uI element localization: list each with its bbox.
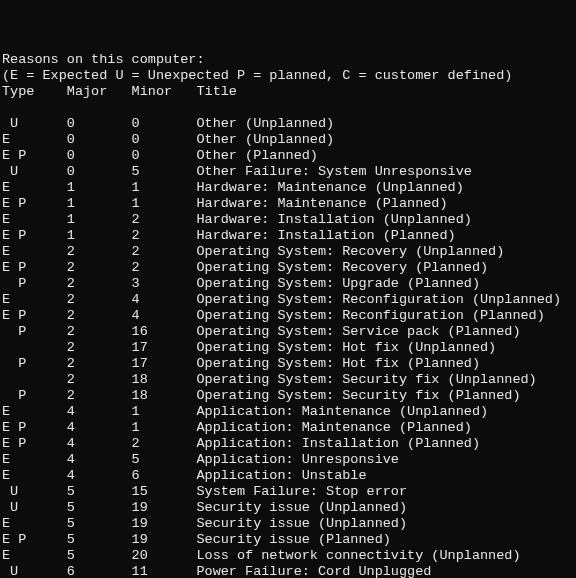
header-line-1: Reasons on this computer: <box>2 52 205 67</box>
column-headers: Type Major Minor Title <box>2 84 237 99</box>
reason-rows: U 0 0 Other (Unplanned) E 0 0 Other (Unp… <box>2 116 574 578</box>
header-line-2: (E = Expected U = Unexpected P = planned… <box>2 68 512 83</box>
terminal-output: Reasons on this computer: (E = Expected … <box>0 32 576 578</box>
blank-line <box>2 100 10 115</box>
